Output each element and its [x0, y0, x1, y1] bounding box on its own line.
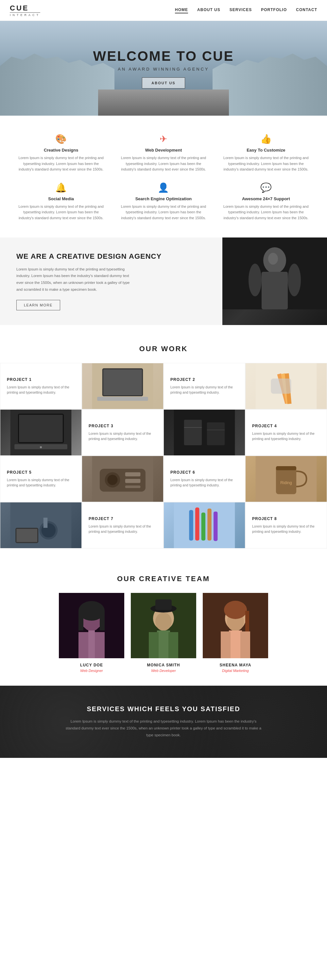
laptop2-svg: [0, 410, 81, 455]
project3-desc: Lorem Ipsum is simply dummy text of the …: [89, 431, 156, 442]
lucy-photo-img: [59, 593, 124, 658]
logo[interactable]: cue INTERACT: [10, 4, 40, 17]
person-photo: [222, 237, 327, 325]
project4-desc: Lorem Ipsum is simply dummy text of the …: [252, 431, 320, 442]
work-cell-img3[interactable]: [0, 409, 82, 456]
svg-rect-2: [262, 272, 288, 309]
lucy-svg: [59, 593, 124, 658]
nav-portfolio[interactable]: PORTFOLIO: [261, 8, 287, 13]
lucy-name: LUCY DOE: [59, 663, 124, 667]
svg-rect-56: [95, 632, 105, 658]
project6-title: PROJECT 6: [171, 470, 238, 475]
service-desc-4: Lorem Ipsum is simply dummy text of the …: [16, 204, 105, 221]
person-icon: 👤: [119, 182, 208, 193]
service-creative-designs: 🎨 Creative Designs Lorem Ipsum is simply…: [13, 134, 109, 172]
hero-subtitle: AN AWARD WINNING AGENCY: [93, 67, 234, 72]
svg-rect-64: [168, 632, 178, 658]
svg-rect-72: [240, 632, 250, 658]
work-row-3: PROJECT 5 Lorem Ipsum is simply dummy te…: [0, 456, 327, 502]
team-member-lucy: LUCY DOE Web Designer: [59, 593, 124, 673]
tech-svg: [164, 410, 245, 455]
desk-image: [0, 503, 81, 548]
svg-rect-47: [214, 512, 217, 541]
work-cell-img8[interactable]: [164, 502, 245, 549]
team-member-sheena: SHEENA MAYA Digital Marketing: [203, 593, 268, 673]
svg-rect-21: [184, 420, 202, 445]
project2-title: PROJECT 2: [171, 377, 238, 382]
work-cell-project4-text: PROJECT 4 Lorem Ipsum is simply dummy te…: [245, 409, 327, 456]
svg-rect-45: [201, 512, 205, 541]
cup-svg: Riding: [246, 456, 327, 502]
services-grid: 🎨 Creative Designs Lorem Ipsum is simply…: [13, 134, 314, 221]
agency-text: WE ARE A CREATIVE DESIGN AGENCY Lorem Ip…: [0, 237, 222, 325]
hero-road: [98, 89, 229, 116]
nav-contact[interactable]: CONTACT: [296, 8, 317, 13]
nav-home[interactable]: HOME: [175, 8, 188, 13]
service-desc-3: Lorem Ipsum is simply dummy text of the …: [222, 155, 311, 172]
work-cell-img7[interactable]: [0, 502, 82, 549]
nav-services[interactable]: SERVICES: [230, 8, 252, 13]
svg-rect-8: [103, 369, 142, 395]
service-web-development: ✈ Web Development Lorem Ipsum is simply …: [115, 134, 211, 172]
work-cell-img6[interactable]: Riding: [245, 456, 327, 502]
work-section: OUR WORK PROJECT 1 Lorem Ipsum is simply…: [0, 328, 327, 558]
svg-rect-63: [149, 632, 159, 658]
sheena-role: Digital Marketing: [203, 669, 268, 673]
work-cell-img1[interactable]: [82, 363, 164, 409]
team-section: OUR CREATIVE TEAM: [0, 558, 327, 686]
sheena-photo-img: [203, 593, 268, 658]
svg-rect-22: [207, 422, 225, 445]
project5-desc: Lorem Ipsum is simply dummy text of the …: [7, 477, 75, 488]
work-row-2: PROJECT 3 Lorem Ipsum is simply dummy te…: [0, 409, 327, 456]
laptop-svg: [82, 363, 163, 409]
hero-content: WELCOME TO CUE AN AWARD WINNING AGENCY A…: [93, 48, 234, 89]
svg-point-68: [224, 601, 247, 619]
work-row-4: PROJECT 7 Lorem Ipsum is simply dummy te…: [0, 502, 327, 549]
svg-point-59: [155, 612, 172, 631]
svg-rect-70: [229, 630, 242, 658]
navigation: cue INTERACT HOME ABOUT US SERVICES PORT…: [0, 0, 327, 21]
agency-title: WE ARE A CREATIVE DESIGN AGENCY: [16, 252, 206, 261]
work-cell-project6-text: PROJECT 6 Lorem Ipsum is simply dummy te…: [164, 456, 245, 502]
svg-point-19: [40, 446, 42, 448]
service-desc-5: Lorem Ipsum is simply dummy text of the …: [119, 204, 208, 221]
service-social-media: 🔔 Social Media Lorem Ipsum is simply dum…: [13, 182, 109, 221]
cup-image: Riding: [246, 456, 327, 502]
work-cell-project1-text: PROJECT 1 Lorem Ipsum is simply dummy te…: [0, 363, 82, 409]
laptop-image: [82, 363, 163, 409]
service-easy-customize: 👍 Easy To Customize Lorem Ipsum is simpl…: [218, 134, 314, 172]
svg-rect-29: [125, 473, 140, 476]
svg-rect-43: [189, 510, 193, 541]
agency-section: WE ARE A CREATIVE DESIGN AGENCY Lorem Ip…: [0, 237, 327, 325]
svg-rect-30: [125, 479, 140, 483]
work-cell-img4[interactable]: [164, 409, 245, 456]
work-section-title: OUR WORK: [0, 345, 327, 353]
nav-about[interactable]: ABOUT US: [197, 8, 220, 13]
service-title-2: Web Development: [119, 148, 208, 153]
logo-name: cue: [10, 4, 29, 13]
team-section-title: OUR CREATIVE TEAM: [13, 574, 314, 583]
pencil-image: [246, 363, 327, 409]
hero-cta-button[interactable]: ABOUT US: [142, 78, 185, 89]
radio-image: [82, 456, 163, 502]
project5-title: PROJECT 5: [7, 470, 75, 475]
service-support: 💬 Awesome 24×7 Support Lorem Ipsum is si…: [218, 182, 314, 221]
monica-photo-img: [131, 593, 196, 658]
work-cell-project3-text: PROJECT 3 Lorem Ipsum is simply dummy te…: [82, 409, 164, 456]
paint-svg: [164, 503, 245, 548]
footer-section: SERVICES WHICH FEELS YOU SATISFIED Lorem…: [0, 686, 327, 758]
svg-rect-53: [100, 611, 105, 630]
work-cell-project7-text: PROJECT 7 Lorem Ipsum is simply dummy te…: [82, 502, 164, 549]
svg-rect-31: [125, 486, 140, 488]
bell-icon: 🔔: [16, 182, 105, 193]
work-cell-img5[interactable]: [82, 456, 164, 502]
work-cell-img2[interactable]: [245, 363, 327, 409]
project1-title: PROJECT 1: [7, 377, 75, 382]
laptop2-image: [0, 410, 81, 455]
project1-desc: Lorem Ipsum is simply dummy text of the …: [7, 385, 75, 396]
team-grid: LUCY DOE Web Designer: [13, 593, 314, 673]
person-svg: [222, 237, 327, 309]
monica-photo: [131, 593, 196, 658]
learn-more-button[interactable]: LEARN MORE: [16, 300, 60, 310]
svg-rect-54: [88, 630, 95, 658]
